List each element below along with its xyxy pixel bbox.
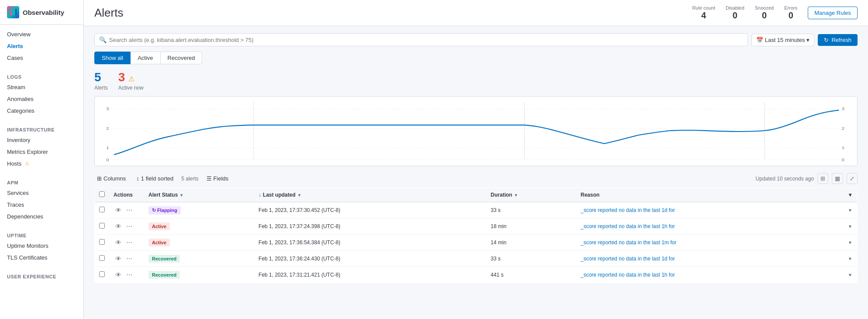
main-content: Alerts Rule count 4 Disabled 0 Snoozed 0… xyxy=(84,0,868,319)
row-expand-0[interactable]: ▾ xyxy=(844,202,858,218)
user-experience-header: User Experience xyxy=(0,270,83,281)
apm-header: APM xyxy=(0,177,83,187)
tab-active[interactable]: Active xyxy=(131,52,160,64)
row-actions-2: 👁 ⋯ xyxy=(109,235,144,251)
more-actions-button-2[interactable]: ⋯ xyxy=(124,238,134,247)
search-input-wrapper: 🔍 xyxy=(94,33,748,46)
select-all-checkbox[interactable] xyxy=(99,191,105,197)
more-actions-button-3[interactable]: ⋯ xyxy=(124,254,134,263)
row-duration-4: 441 s xyxy=(486,267,576,283)
rule-count-value: 4 xyxy=(692,10,715,21)
uptime-section: Uptime Uptime Monitors TLS Certificates xyxy=(0,226,83,267)
refresh-icon: ↻ xyxy=(824,37,829,43)
expand-button[interactable]: ⤢ xyxy=(847,173,858,184)
view-details-button-4[interactable]: 👁 xyxy=(114,270,123,279)
more-actions-button-0[interactable]: ⋯ xyxy=(124,206,134,215)
status-badge-4: Recovered xyxy=(148,271,180,279)
sort-label: 1 field sorted xyxy=(141,175,173,182)
row-expand-4[interactable]: ▾ xyxy=(844,267,858,283)
tab-show-all[interactable]: Show all xyxy=(94,52,131,64)
table-view-button[interactable]: ⊞ xyxy=(817,173,828,184)
reason-link-1[interactable]: _score reported no data in the last 1h f… xyxy=(581,223,675,229)
view-details-button-0[interactable]: 👁 xyxy=(114,206,123,215)
sidebar-item-traces[interactable]: Traces xyxy=(0,199,83,211)
row-checkbox-3[interactable] xyxy=(99,255,105,261)
svg-text:3: 3 xyxy=(842,106,845,111)
reason-link-4[interactable]: _score reported no data in the last 1h f… xyxy=(581,272,675,278)
svg-rect-2 xyxy=(15,9,17,15)
sidebar-item-stream[interactable]: Stream xyxy=(0,81,83,93)
sidebar-item-hosts[interactable]: Hosts ⚠ xyxy=(0,158,83,170)
reason-link-3[interactable]: _score reported no data in the last 1d f… xyxy=(581,256,675,262)
row-expand-3[interactable]: ▾ xyxy=(844,251,858,267)
duration-header[interactable]: Duration ▾ xyxy=(486,188,576,202)
alerts-label: Alerts xyxy=(94,85,108,91)
errors-stat: Errors 0 xyxy=(784,5,797,21)
actions-header: Actions xyxy=(109,188,144,202)
sidebar-item-overview[interactable]: Overview xyxy=(0,28,83,40)
snoozed-value: 0 xyxy=(755,10,774,21)
row-checkbox-cell xyxy=(95,218,110,235)
header-stats: Rule count 4 Disabled 0 Snoozed 0 Errors… xyxy=(692,5,858,21)
search-input[interactable] xyxy=(109,37,743,43)
alert-status-header[interactable]: Alert Status ▾ xyxy=(144,188,254,202)
sidebar-item-inventory[interactable]: Inventory xyxy=(0,134,83,146)
fields-label: Fields xyxy=(214,175,229,182)
svg-rect-0 xyxy=(10,12,12,15)
svg-text:0: 0 xyxy=(842,157,845,162)
row-status-1: Active xyxy=(144,218,254,235)
snoozed-stat: Snoozed 0 xyxy=(755,5,774,21)
more-actions-button-1[interactable]: ⋯ xyxy=(124,222,134,231)
tab-recovered[interactable]: Recovered xyxy=(161,52,203,64)
reason-link-0[interactable]: _score reported no data in the last 1d f… xyxy=(581,207,675,213)
sidebar-item-dependencies[interactable]: Dependencies xyxy=(0,211,83,222)
grid-view-icon: ▦ xyxy=(835,175,840,182)
reason-link-2[interactable]: _score reported no data in the last 1m f… xyxy=(581,239,676,246)
sidebar-item-alerts[interactable]: Alerts xyxy=(0,40,83,52)
row-actions-0: 👁 ⋯ xyxy=(109,202,144,218)
time-picker-button[interactable]: 📅 Last 15 minutes ▾ xyxy=(751,34,815,46)
view-details-button-3[interactable]: 👁 xyxy=(114,254,123,263)
table-toolbar-left: ⊞ Columns ↕ 1 field sorted 5 alerts ☰ Fi… xyxy=(94,173,231,184)
row-expand-1[interactable]: ▾ xyxy=(844,218,858,235)
status-sort-icon: ▾ xyxy=(180,193,183,198)
updated-sort-icon: ▾ xyxy=(298,193,300,198)
grid-view-button[interactable]: ▦ xyxy=(832,173,843,184)
sidebar-item-uptime-monitors[interactable]: Uptime Monitors xyxy=(0,240,83,252)
alerts-table: Actions Alert Status ▾ ↓ Last updated ▾ xyxy=(94,187,858,283)
cases-label: Cases xyxy=(7,55,23,61)
manage-rules-button[interactable]: Manage Rules xyxy=(808,7,858,19)
stats-summary: 5 Alerts 3 ⚠ Active now xyxy=(94,70,858,91)
more-actions-button-4[interactable]: ⋯ xyxy=(124,270,134,279)
sidebar-item-anomalies[interactable]: Anomalies xyxy=(0,93,83,105)
row-checkbox-2[interactable] xyxy=(99,239,105,245)
active-count-group: 3 ⚠ Active now xyxy=(118,70,144,91)
sidebar-item-tls-certificates[interactable]: TLS Certificates xyxy=(0,252,83,264)
select-all-header[interactable] xyxy=(95,188,110,202)
row-actions-4: 👁 ⋯ xyxy=(109,267,144,283)
row-checkbox-0[interactable] xyxy=(99,207,105,212)
search-bar: 🔍 📅 Last 15 minutes ▾ ↻ Refresh xyxy=(94,33,858,46)
row-last-updated-2: Feb 1, 2023, 17:36:54.384 (UTC-8) xyxy=(254,235,486,251)
fields-button[interactable]: ☰ Fields xyxy=(204,173,231,184)
time-picker-label: Last 15 minutes xyxy=(765,37,805,43)
status-badge-0: ↻ Flapping xyxy=(148,206,181,215)
sidebar-item-metrics-explorer[interactable]: Metrics Explorer xyxy=(0,146,83,158)
row-checkbox-1[interactable] xyxy=(99,223,105,229)
columns-button[interactable]: ⊞ Columns xyxy=(94,173,128,184)
refresh-button[interactable]: ↻ Refresh xyxy=(818,34,858,46)
row-checkbox-4[interactable] xyxy=(99,271,105,277)
row-actions-3: 👁 ⋯ xyxy=(109,251,144,267)
view-details-button-1[interactable]: 👁 xyxy=(114,222,123,231)
status-badge-3: Recovered xyxy=(148,255,180,263)
logs-section: Logs Stream Anomalies Categories xyxy=(0,67,83,120)
sort-button[interactable]: ↕ 1 field sorted xyxy=(134,173,176,184)
last-updated-header[interactable]: ↓ Last updated ▾ xyxy=(254,188,486,202)
active-count: 3 xyxy=(118,70,125,84)
sidebar-item-services[interactable]: Services xyxy=(0,187,83,199)
sidebar-item-cases[interactable]: Cases xyxy=(0,52,83,64)
row-expand-2[interactable]: ▾ xyxy=(844,235,858,251)
sidebar-item-categories[interactable]: Categories xyxy=(0,105,83,117)
row-last-updated-1: Feb 1, 2023, 17:37:24.398 (UTC-8) xyxy=(254,218,486,235)
view-details-button-2[interactable]: 👁 xyxy=(114,238,123,247)
